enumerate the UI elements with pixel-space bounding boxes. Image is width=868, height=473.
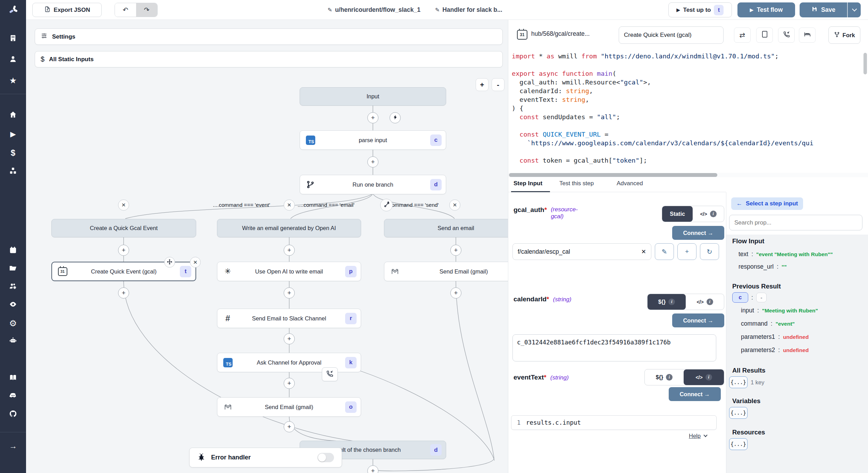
save-dropdown-button[interactable] <box>848 2 861 17</box>
add-resource-button[interactable]: + <box>677 243 696 260</box>
add-step-button[interactable]: + <box>284 421 295 432</box>
send-email-slack-node[interactable]: # Send Email to Slack Channel r <box>217 309 361 328</box>
prop-row-parameters2[interactable]: parameters2:undefined <box>741 346 809 354</box>
javascript-mode-segment[interactable]: </>i <box>693 206 724 222</box>
add-step-button[interactable]: + <box>284 333 295 344</box>
sidebar-play-icon[interactable]: ▶ <box>0 127 26 142</box>
remove-branch-button[interactable]: ✕ <box>449 199 460 211</box>
sidebar-discord-icon[interactable] <box>0 389 26 404</box>
add-step-button[interactable]: + <box>284 245 295 256</box>
add-step-button[interactable]: + <box>284 287 295 299</box>
input-node[interactable]: Input <box>300 87 446 106</box>
fork-button[interactable]: Fork <box>828 26 860 44</box>
send-email-gmail-node-right[interactable]: Send Email (gmail) <box>384 262 508 281</box>
static-mode-segment[interactable]: Static <box>662 206 693 222</box>
tab-step-input[interactable]: Step Input <box>514 180 542 187</box>
test-up-to-button[interactable]: ▶ Test up to t <box>668 2 732 17</box>
branch-header-send[interactable]: Send an email <box>384 219 508 237</box>
flow-canvas[interactable]: Settings $ All Static Inputs + - Input +… <box>26 20 508 473</box>
branch-header-email[interactable]: Write an email generated by Open AI <box>217 219 361 237</box>
branch-header-gcal[interactable]: Create a Quick Gcal Event <box>51 219 196 237</box>
suspend-icon-button[interactable] <box>778 27 795 43</box>
export-json-button[interactable]: Export JSON <box>32 3 102 17</box>
sidebar-eye-icon[interactable] <box>0 297 26 313</box>
sidebar-gear-icon[interactable]: ⚙ <box>0 316 26 331</box>
add-step-button[interactable]: + <box>450 245 461 256</box>
tab-test-this-step[interactable]: Test this step <box>559 180 594 187</box>
sleep-icon-button[interactable] <box>799 27 816 43</box>
retries-icon-button[interactable]: ⇄ <box>734 27 751 43</box>
template-mode-segment[interactable]: ${}i <box>645 369 684 385</box>
javascript-mode-segment[interactable]: </>i <box>684 369 724 385</box>
sidebar-star-icon[interactable]: ★ <box>0 73 26 88</box>
all-results-object-chip[interactable]: {...} <box>729 376 748 388</box>
gcal-auth-connect-button[interactable]: Connect → <box>672 226 724 240</box>
run-one-branch-node[interactable]: Run one branch d <box>300 175 446 194</box>
flow-path-edit[interactable]: ✎u/henricourdent/flow_slack_1 <box>328 6 420 14</box>
redo-button[interactable]: ↷ <box>136 3 157 17</box>
trigger-bolt-button[interactable] <box>390 112 401 123</box>
sidebar-book-icon[interactable] <box>0 371 26 386</box>
windmill-logo-icon[interactable] <box>0 2 26 17</box>
add-step-button[interactable]: + <box>450 287 461 299</box>
zoom-out-button[interactable]: - <box>492 78 504 91</box>
sidebar-github-icon[interactable] <box>0 407 26 422</box>
prop-row-response_url[interactable]: response_url:"" <box>738 263 787 270</box>
help-link[interactable]: Help <box>689 433 707 439</box>
test-flow-button[interactable]: ▶ Test flow <box>737 2 795 17</box>
code-editor[interactable]: import * as wmill from "https://deno.lan… <box>508 52 868 173</box>
prop-row-input[interactable]: input:"Meeting with Ruben" <box>741 307 818 314</box>
sidebar-users-gear-icon[interactable] <box>0 279 26 295</box>
add-step-button[interactable]: + <box>118 287 129 299</box>
calendar-id-connect-button[interactable]: Connect → <box>672 313 724 327</box>
resources-object-chip[interactable]: {...} <box>729 438 748 450</box>
sidebar-bot-icon[interactable] <box>0 334 26 349</box>
prop-row-command[interactable]: command:"event" <box>741 320 795 327</box>
collapse-button[interactable]: - <box>756 293 767 302</box>
undo-button[interactable]: ↶ <box>115 3 136 17</box>
event-text-expression-input[interactable]: 1 results.c.input <box>511 415 717 430</box>
remove-branch-button[interactable]: ✕ <box>118 199 129 211</box>
sidebar-boxes-icon[interactable] <box>0 164 26 179</box>
zoom-in-button[interactable]: + <box>476 78 489 91</box>
prop-row-text[interactable]: text:"event "Meeting with Ruben"" <box>738 251 833 258</box>
sidebar-arrow-right-icon[interactable]: → <box>0 438 26 454</box>
step-id-chip[interactable]: c <box>732 292 748 303</box>
all-static-inputs-bar[interactable]: $ All Static Inputs <box>35 51 503 67</box>
refresh-resource-button[interactable]: ↻ <box>700 243 719 260</box>
suspend-approval-indicator[interactable] <box>322 367 338 381</box>
sidebar-dollar-icon[interactable]: $ <box>0 145 26 161</box>
clear-icon[interactable]: ✕ <box>641 248 646 255</box>
prop-search-input[interactable] <box>729 215 862 230</box>
remove-branch-button[interactable]: ✕ <box>284 199 295 211</box>
flow-settings-bar[interactable]: Settings <box>35 28 503 45</box>
add-step-button[interactable]: + <box>367 156 378 168</box>
sidebar-folder-icon[interactable] <box>0 261 26 277</box>
add-branch-button[interactable] <box>380 199 393 211</box>
calendar-id-value-input[interactable]: c_0312442e881ae6fcf1dec23f54916a389f1c17… <box>512 334 716 361</box>
gcal-auth-resource-input[interactable]: f/calendar/escp_cal ✕ <box>512 243 651 260</box>
javascript-mode-segment[interactable]: </>i <box>686 294 724 310</box>
parse-input-node[interactable]: TS parse input c <box>300 130 446 150</box>
sidebar-calendar-icon[interactable] <box>0 243 26 259</box>
send-email-gmail-node[interactable]: Send Email (gmail) o <box>217 397 361 417</box>
step-name-input[interactable] <box>619 26 724 44</box>
create-quick-event-node[interactable]: 31 Create Quick Event (gcal) t <box>51 262 196 281</box>
select-step-input-button[interactable]: ← Select a step input <box>731 197 803 210</box>
sidebar-user-icon[interactable] <box>0 52 26 67</box>
error-handler-toggle[interactable] <box>317 453 334 462</box>
use-openai-node[interactable]: ✳ Use Open AI to write email p <box>217 262 361 281</box>
prop-row-parameters1[interactable]: parameters1:undefined <box>741 333 809 341</box>
ask-channel-approval-node[interactable]: TS Ask Channel for Approval k <box>217 353 361 372</box>
flow-summary-edit[interactable]: ✎Handler for slack b... <box>435 6 502 14</box>
early-stop-icon-button[interactable] <box>756 27 773 43</box>
edit-resource-button[interactable]: ✎ <box>655 243 674 260</box>
move-step-button[interactable] <box>164 257 175 268</box>
variables-object-chip[interactable]: {...} <box>729 407 748 419</box>
code-vertical-scrollbar[interactable] <box>863 53 867 74</box>
sidebar-building-icon[interactable] <box>0 31 26 47</box>
add-step-button[interactable]: + <box>284 378 295 389</box>
template-mode-segment[interactable]: ${}i <box>648 294 686 310</box>
tab-advanced[interactable]: Advanced <box>617 180 643 187</box>
add-step-button[interactable]: + <box>367 112 378 123</box>
